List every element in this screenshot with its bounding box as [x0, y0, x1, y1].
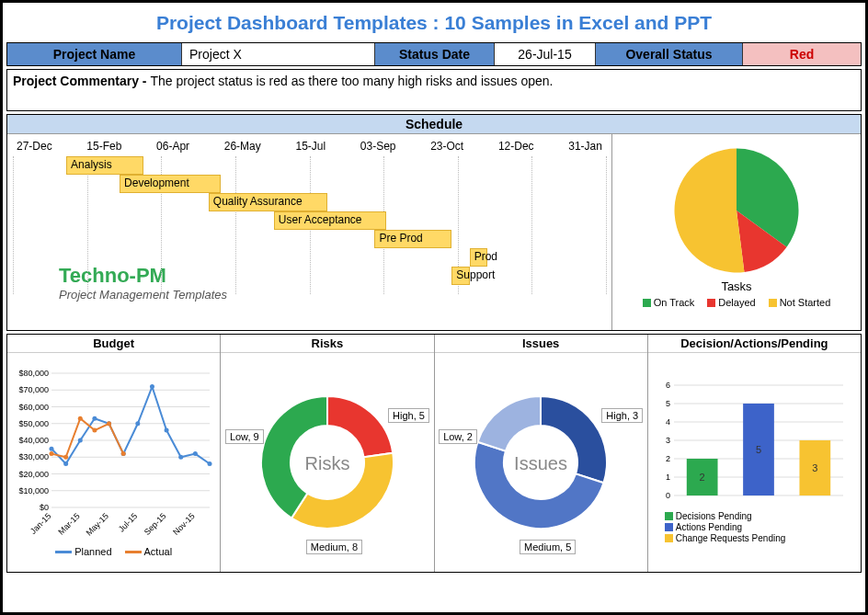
svg-text:2: 2	[699, 472, 704, 483]
legend-item: Decisions Pending	[676, 511, 752, 521]
status-date-header: Status Date	[375, 43, 495, 65]
gantt-date: 06-Apr	[156, 140, 189, 153]
legend-item: Change Requests Pending	[676, 533, 786, 543]
svg-point-41	[120, 451, 125, 456]
dap-panel: Decision/Actions/Pending 0123456253 Deci…	[648, 335, 861, 572]
bottom-row: Budget $0$10,000$20,000$30,000$40,000$50…	[6, 334, 862, 573]
svg-point-27	[92, 416, 97, 421]
gantt-bar: Quality Assurance	[209, 193, 327, 211]
svg-point-24	[49, 447, 53, 451]
gantt-chart: 27-Dec15-Feb06-Apr26-May15-Jul03-Sep23-O…	[7, 134, 612, 330]
gantt-date: 23-Oct	[430, 140, 463, 153]
risks-header: Risks	[221, 335, 433, 353]
status-date-value: 26-Jul-15	[495, 43, 596, 65]
svg-text:5: 5	[756, 444, 761, 455]
gantt-area: Techno-PM Project Management Templates A…	[13, 156, 606, 313]
tasks-pie-chart	[654, 142, 819, 279]
legend-item: Actions Pending	[676, 522, 742, 532]
svg-point-32	[164, 428, 168, 433]
legend-planned: Planned	[74, 546, 111, 557]
svg-text:1: 1	[666, 473, 670, 482]
svg-point-33	[178, 455, 183, 460]
gantt-date: 15-Feb	[86, 140, 121, 153]
commentary: Project Commentary - The project status …	[6, 69, 862, 111]
risks-panel: Risks RisksHigh, 5Medium, 8Low, 9	[221, 335, 434, 572]
svg-text:$40,000: $40,000	[18, 436, 49, 445]
tasks-pie-pane: Tasks On TrackDelayedNot Started	[612, 134, 861, 330]
dap-header: Decision/Actions/Pending	[648, 335, 861, 353]
svg-text:$80,000: $80,000	[18, 369, 49, 378]
svg-text:Sep-15: Sep-15	[143, 511, 168, 537]
budget-header: Budget	[7, 335, 220, 353]
overall-status-header: Overall Status	[596, 43, 743, 65]
svg-text:0: 0	[666, 491, 670, 500]
svg-text:Issues: Issues	[514, 453, 567, 473]
svg-text:$10,000: $10,000	[18, 486, 49, 495]
svg-text:$20,000: $20,000	[18, 470, 49, 479]
dap-chart: 0123456253	[656, 380, 849, 508]
svg-point-30	[135, 421, 140, 426]
svg-text:3: 3	[666, 436, 670, 445]
svg-point-37	[63, 455, 68, 460]
svg-point-26	[77, 438, 82, 443]
svg-point-25	[63, 461, 68, 466]
schedule-header: Schedule	[7, 115, 861, 134]
logo-sub: Project Management Templates	[59, 288, 227, 302]
tasks-title: Tasks	[721, 279, 751, 293]
gantt-bar: Development	[120, 175, 221, 193]
legend-item: Delayed	[718, 297, 755, 308]
donut-label: Medium, 8	[306, 540, 362, 554]
donut-label: Medium, 5	[520, 540, 576, 554]
logo: Techno-PM Project Management Templates	[59, 264, 227, 302]
legend-actual: Actual	[144, 546, 173, 557]
gantt-date: 12-Dec	[498, 140, 534, 153]
commentary-label: Project Commentary -	[13, 74, 150, 88]
page-title: Project Dashboard Templates : 10 Samples…	[6, 6, 862, 40]
donut-label: Low, 9	[225, 429, 264, 444]
gantt-date: 27-Dec	[17, 140, 52, 153]
gantt-dates: 27-Dec15-Feb06-Apr26-May15-Jul03-Sep23-O…	[13, 140, 606, 153]
svg-point-40	[107, 421, 111, 426]
svg-text:Nov-15: Nov-15	[171, 511, 197, 537]
svg-text:Jan-15: Jan-15	[29, 511, 53, 536]
logo-name: Techno-PM	[59, 264, 227, 288]
legend-item: On Track	[654, 297, 695, 308]
gantt-date: 26-May	[224, 140, 261, 153]
commentary-text: The project status is red as there too m…	[150, 74, 553, 88]
svg-text:$60,000: $60,000	[18, 403, 49, 412]
info-row: Project Name Project X Status Date 26-Ju…	[6, 42, 862, 66]
project-name-value: Project X	[182, 43, 375, 65]
svg-point-34	[192, 451, 197, 456]
svg-text:Risks: Risks	[304, 453, 349, 473]
donut-label: High, 5	[388, 408, 429, 423]
budget-panel: Budget $0$10,000$20,000$30,000$40,000$50…	[7, 335, 221, 572]
gantt-bar: Support	[451, 267, 469, 285]
budget-legend: Planned Actual	[55, 546, 172, 557]
schedule-section: Schedule 27-Dec15-Feb06-Apr26-May15-Jul0…	[6, 114, 862, 331]
gantt-date: 31-Jan	[568, 140, 602, 153]
gantt-bar: Prod	[470, 248, 487, 267]
svg-text:Mar-15: Mar-15	[56, 511, 81, 536]
dap-legend: Decisions PendingActions PendingChange R…	[656, 508, 853, 546]
svg-point-31	[150, 384, 154, 389]
issues-panel: Issues IssuesHigh, 3Medium, 5Low, 2	[435, 335, 648, 572]
svg-text:5: 5	[666, 399, 670, 408]
gantt-bar: User Acceptance	[274, 211, 387, 230]
svg-point-38	[77, 416, 82, 421]
donut-label: High, 3	[601, 408, 643, 423]
tasks-legend: On TrackDelayedNot Started	[643, 297, 831, 308]
overall-status-value: Red	[743, 43, 861, 65]
gantt-bar: Pre Prod	[374, 230, 451, 248]
svg-text:4: 4	[666, 417, 670, 427]
issues-header: Issues	[435, 335, 647, 353]
gantt-date: 15-Jul	[295, 140, 326, 153]
svg-text:Jul-15: Jul-15	[116, 511, 138, 533]
svg-text:$30,000: $30,000	[18, 452, 49, 461]
legend-item: Not Started	[780, 297, 831, 308]
svg-text:6: 6	[666, 381, 670, 390]
gantt-bar: Analysis	[66, 156, 143, 175]
svg-point-39	[92, 428, 97, 433]
svg-point-36	[49, 451, 53, 456]
project-name-header: Project Name	[7, 43, 182, 65]
dashboard: Project Dashboard Templates : 10 Samples…	[0, 0, 868, 615]
